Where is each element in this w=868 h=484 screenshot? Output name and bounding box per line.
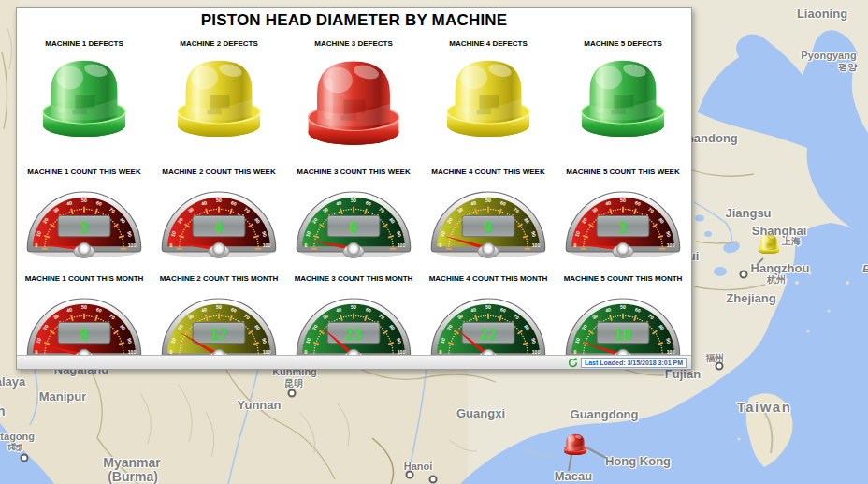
svg-text:100: 100	[128, 349, 137, 355]
svg-text:50: 50	[81, 305, 87, 311]
week-widget-body: 0102030405060708090100 4	[152, 181, 286, 261]
map-marker-led-yellow-shanghai[interactable]	[758, 227, 780, 263]
map-label: Zhejiang	[726, 291, 775, 305]
svg-text:0: 0	[304, 349, 307, 355]
map-label: 杭州	[767, 273, 786, 286]
month-gauges-row: MACHINE 1 COUNT THIS MONTH 0102030405060…	[17, 274, 690, 368]
led-widget-body	[286, 52, 421, 147]
svg-text:50: 50	[81, 198, 87, 204]
svg-text:100: 100	[398, 349, 406, 355]
led-widget-machine-3: MACHINE 3 DEFECTS	[286, 39, 421, 147]
widget-label: MACHINE 4 COUNT THIS MONTH	[421, 274, 556, 284]
svg-text:100: 100	[263, 242, 271, 248]
map-label: Guangxi	[456, 406, 505, 420]
svg-text:50: 50	[216, 305, 222, 311]
svg-text:100: 100	[263, 349, 271, 355]
widget-label: MACHINE 2 COUNT THIS WEEK	[152, 168, 286, 177]
led-widget-machine-2: MACHINE 2 DEFECTS	[152, 39, 286, 147]
svg-text:0: 0	[169, 349, 172, 355]
city-dot	[716, 362, 724, 371]
svg-text:50: 50	[620, 198, 626, 204]
map-label: 昆明	[284, 377, 303, 390]
week-widget-body: 0102030405060708090100 6	[286, 181, 421, 261]
map-label: Taiwan	[737, 399, 792, 415]
led-widget-machine-5: MACHINE 5 DEFECTS	[556, 39, 690, 147]
yellow-led-indicator	[174, 52, 264, 139]
map-label: Jiangsu	[725, 206, 771, 220]
widget-label: MACHINE 5 COUNT THIS MONTH	[556, 274, 690, 284]
svg-text:0: 0	[573, 349, 576, 355]
week-widget-machine-2: MACHINE 2 COUNT THIS WEEK 01020304050607…	[152, 168, 286, 261]
svg-text:50: 50	[351, 198, 356, 204]
svg-text:3: 3	[618, 219, 628, 237]
svg-text:100: 100	[667, 349, 675, 355]
svg-text:23: 23	[345, 326, 363, 344]
svg-text:8: 8	[80, 326, 89, 344]
svg-text:3: 3	[80, 219, 89, 237]
map-label: (Burma)	[108, 469, 158, 484]
month-widget-machine-3: MACHINE 3 COUNT THIS MONTH 0102030405060…	[286, 274, 421, 368]
led-widget-body	[421, 52, 556, 139]
widget-label: MACHINE 1 COUNT THIS MONTH	[17, 274, 152, 284]
svg-text:0: 0	[35, 349, 37, 355]
led-widget-machine-1: MACHINE 1 DEFECTS	[17, 39, 152, 147]
month-widget-machine-1: MACHINE 1 COUNT THIS MONTH 0102030405060…	[17, 274, 152, 368]
svg-text:50: 50	[485, 198, 491, 204]
last-loaded-text: Last Loaded: 3/15/2018 3:01 PM	[581, 358, 687, 368]
svg-text:0: 0	[439, 242, 441, 248]
yellow-led-map-icon	[758, 227, 780, 259]
week-gauge-machine-1: 0102030405060708090100 3	[23, 181, 145, 261]
week-gauge-machine-5: 0102030405060708090100 3	[562, 181, 684, 261]
map-label: Chittagong	[0, 431, 35, 442]
svg-text:0: 0	[573, 242, 576, 248]
week-gauge-machine-3: 0102030405060708090100 6	[293, 181, 414, 261]
red-led-indicator	[304, 52, 403, 147]
week-gauge-machine-2: 0102030405060708090100 4	[158, 181, 280, 261]
city-dot	[288, 389, 297, 398]
svg-text:50: 50	[620, 305, 626, 311]
map-label: Manipur	[39, 389, 87, 403]
svg-text:0: 0	[169, 242, 172, 248]
map-label: চট্টগ্রা	[7, 442, 22, 453]
map-marker-led-red-hongkong[interactable]	[563, 428, 587, 463]
svg-text:100: 100	[532, 349, 541, 355]
svg-text:100: 100	[128, 242, 137, 248]
led-widget-body	[152, 52, 286, 139]
widget-label: MACHINE 3 DEFECTS	[286, 39, 421, 49]
city-dot	[21, 454, 29, 462]
svg-text:4: 4	[214, 219, 224, 237]
map-label: 上海	[782, 235, 801, 248]
widget-label: MACHINE 4 DEFECTS	[421, 39, 556, 49]
week-widget-machine-5: MACHINE 5 COUNT THIS WEEK 01020304050607…	[556, 168, 690, 261]
week-gauges-row: MACHINE 1 COUNT THIS WEEK 01020304050607…	[17, 168, 690, 261]
map-label: Hong Kong	[605, 454, 671, 468]
month-widget-machine-2: MACHINE 2 COUNT THIS MONTH 0102030405060…	[152, 274, 286, 368]
map-label: Liaoning	[797, 7, 847, 21]
map-label: Macau	[555, 469, 592, 483]
svg-text:50: 50	[351, 305, 356, 311]
green-led-indicator	[578, 52, 668, 139]
widget-label: MACHINE 1 COUNT THIS WEEK	[17, 168, 152, 177]
city-dot	[406, 471, 414, 479]
city-dot	[740, 271, 748, 279]
svg-text:100: 100	[398, 242, 406, 248]
svg-text:100: 100	[532, 242, 541, 248]
widget-label: MACHINE 5 DEFECTS	[556, 39, 690, 49]
refresh-icon[interactable]	[568, 358, 578, 368]
widget-label: MACHINE 3 COUNT THIS MONTH	[286, 274, 421, 284]
yellow-led-indicator	[443, 52, 533, 139]
svg-text:10: 10	[615, 326, 632, 344]
svg-text:9: 9	[484, 219, 493, 237]
map-label: Guangdong	[571, 407, 639, 421]
week-widget-body: 0102030405060708090100 9	[421, 181, 556, 261]
status-bar: Last Loaded: 3/15/2018 3:01 PM	[17, 355, 691, 369]
svg-text:6: 6	[349, 219, 358, 237]
widget-label: MACHINE 2 DEFECTS	[152, 39, 286, 49]
map-label: Yunnan	[238, 398, 282, 412]
month-widget-machine-5: MACHINE 5 COUNT THIS MONTH 0102030405060…	[556, 274, 690, 368]
red-led-map-icon	[563, 428, 587, 460]
widget-label: MACHINE 5 COUNT THIS WEEK	[556, 168, 690, 177]
svg-text:100: 100	[667, 242, 675, 248]
map-label: East China Sea	[862, 263, 868, 274]
led-widget-body	[17, 52, 152, 139]
